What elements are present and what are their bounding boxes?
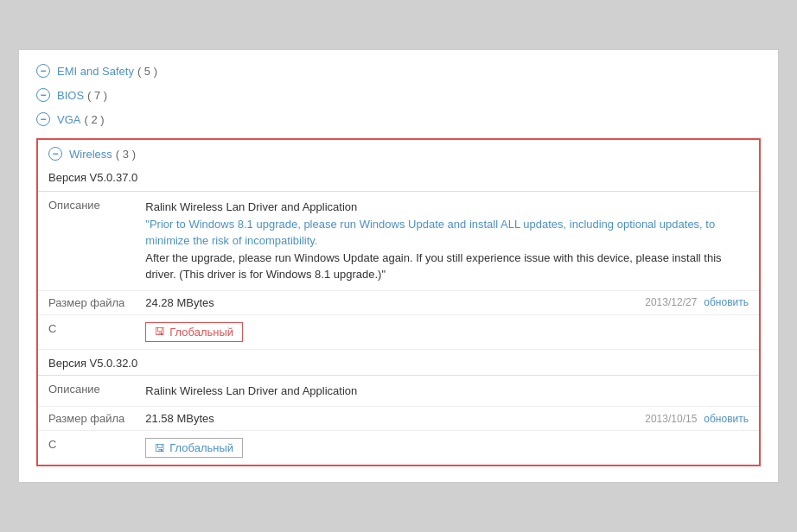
save-icon: 🖫 xyxy=(155,326,165,338)
category-list: − EMI and Safety ( 5 ) − BIOS ( 7 ) − VG… xyxy=(19,59,778,131)
bios-count: ( 7 ) xyxy=(87,89,107,102)
filesize2-label: Размер файла xyxy=(38,407,135,431)
desc-main: Ralink Wireless Lan Driver and Applicati… xyxy=(145,199,749,216)
list-item: − VGA ( 2 ) xyxy=(36,107,761,131)
desc2-label: Описание xyxy=(38,375,135,407)
global2-button[interactable]: 🖫 Глобальный xyxy=(145,438,243,458)
date2-update-group: 2013/10/15 обновить xyxy=(645,413,749,425)
version1-label: Версия V5.0.37.0 xyxy=(38,168,759,191)
vga-link[interactable]: VGA xyxy=(57,113,80,126)
desc2-value: Ralink Wireless Lan Driver and Applicati… xyxy=(135,375,759,407)
save2-icon: 🖫 xyxy=(155,442,165,454)
table-row: Размер файла 21.58 MBytes 2013/10/15 обн… xyxy=(38,407,759,431)
desc-link: "Prior to Windows 8.1 upgrade, please ru… xyxy=(145,218,715,248)
version2-table: Описание Ralink Wireless Lan Driver and … xyxy=(38,375,759,466)
collapse-bios-icon[interactable]: − xyxy=(36,88,50,102)
desc-after: After the upgrade, please run Windows Up… xyxy=(145,250,749,283)
list-item: − EMI and Safety ( 5 ) xyxy=(36,59,761,83)
bios-link[interactable]: BIOS xyxy=(57,89,84,102)
file2-date: 2013/10/15 xyxy=(645,413,697,425)
table-row: С 🖫 Глобальный xyxy=(38,314,759,349)
filesize-value-cell: 24.28 MBytes 2013/12/27 обновить xyxy=(135,290,759,314)
wireless-count: ( 3 ) xyxy=(116,148,136,161)
update2-link[interactable]: обновить xyxy=(704,413,749,425)
table-row: Описание Ralink Wireless Lan Driver and … xyxy=(38,375,759,407)
desc2-main: Ralink Wireless Lan Driver and Applicati… xyxy=(145,383,749,400)
region2-value-cell: 🖫 Глобальный xyxy=(135,431,759,466)
table-row: Описание Ralink Wireless Lan Driver and … xyxy=(38,192,759,291)
region-label: С xyxy=(38,314,135,349)
filesize2-value-cell: 21.58 MBytes 2013/10/15 обновить xyxy=(135,407,759,431)
version1-table: Описание Ralink Wireless Lan Driver and … xyxy=(38,191,759,349)
collapse-wireless-icon[interactable]: − xyxy=(48,147,62,161)
filesize-row-content: 24.28 MBytes 2013/12/27 обновить xyxy=(145,296,749,309)
global-button[interactable]: 🖫 Глобальный xyxy=(145,322,243,342)
list-item: − BIOS ( 7 ) xyxy=(36,83,761,107)
wireless-header: − Wireless ( 3 ) xyxy=(38,140,759,168)
table-row: Размер файла 24.28 MBytes 2013/12/27 обн… xyxy=(38,290,759,314)
wireless-link[interactable]: Wireless xyxy=(69,148,112,161)
filesize2-size: 21.58 MBytes xyxy=(145,412,214,425)
table-row: С 🖫 Глобальный xyxy=(38,431,759,466)
main-container: − EMI and Safety ( 5 ) − BIOS ( 7 ) − VG… xyxy=(18,49,779,483)
desc-quote: "Prior to Windows 8.1 upgrade, please ru… xyxy=(145,216,749,250)
filesize-label: Размер файла xyxy=(38,290,135,314)
vga-count: ( 2 ) xyxy=(84,113,104,126)
emi-count: ( 5 ) xyxy=(137,65,157,78)
desc-value: Ralink Wireless Lan Driver and Applicati… xyxy=(135,192,759,291)
global-btn-label: Глобальный xyxy=(169,326,233,339)
desc-label: Описание xyxy=(38,192,135,291)
version2-label: Версия V5.0.32.0 xyxy=(38,349,759,375)
global2-btn-label: Глобальный xyxy=(169,441,233,454)
update-link[interactable]: обновить xyxy=(704,296,749,308)
date-update-group: 2013/12/27 обновить xyxy=(645,296,749,308)
file-date: 2013/12/27 xyxy=(645,296,697,308)
region-value-cell: 🖫 Глобальный xyxy=(135,314,759,349)
collapse-vga-icon[interactable]: − xyxy=(36,112,50,126)
filesize2-row-content: 21.58 MBytes 2013/10/15 обновить xyxy=(145,412,749,425)
filesize-size: 24.28 MBytes xyxy=(145,296,214,309)
collapse-emi-icon[interactable]: − xyxy=(36,64,50,78)
wireless-section: − Wireless ( 3 ) Версия V5.0.37.0 Описан… xyxy=(36,138,761,466)
region2-label: С xyxy=(38,431,135,466)
emi-link[interactable]: EMI and Safety xyxy=(57,65,134,78)
